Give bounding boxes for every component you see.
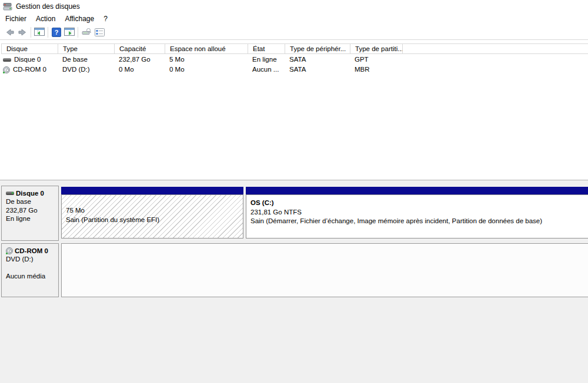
cell-partition: GPT [350, 55, 402, 65]
cdrom0-title: CD-ROM 0 [15, 247, 48, 254]
menu-affichage[interactable]: Affichage [60, 14, 99, 24]
cell-capacite: 0 Mo [114, 65, 165, 75]
toolbar-separator [48, 27, 48, 38]
cell-etat: En ligne [248, 55, 285, 65]
column-header-etat[interactable]: État [248, 44, 285, 53]
drive-tools-icon[interactable] [80, 26, 93, 39]
cdrom-icon [3, 66, 10, 73]
efi-status: Sain (Partition du système EFI) [66, 216, 243, 225]
cell-partition: MBR [350, 65, 402, 75]
cdrom0-panel[interactable]: CD-ROM 0 DVD (D:) Aucun média [1, 243, 59, 297]
help-icon[interactable]: ? [50, 26, 63, 39]
os-status: Sain (Démarrer, Fichier d’échange, Image… [250, 217, 588, 226]
disk-management-icon [3, 2, 12, 11]
efi-size: 75 Mo [66, 206, 243, 216]
column-header-capacite[interactable]: Capacité [115, 44, 165, 53]
cell-espace: 0 Mo [165, 65, 248, 75]
disk0-capacity: 232,87 Go [6, 206, 57, 215]
disk-icon [3, 58, 11, 62]
partition-color-band [61, 187, 243, 194]
table-row-cdrom0[interactable]: CD-ROM 0 DVD (D:) 0 Mo 0 Mo Aucun ... SA… [1, 65, 588, 75]
title-bar: Gestion des disques [0, 0, 588, 13]
cell-type: De base [58, 55, 114, 65]
disk0-title: Disque 0 [16, 190, 44, 197]
column-header-disque[interactable]: Disque [2, 44, 58, 53]
menu-bar: Fichier Action Affichage ? [0, 13, 588, 25]
cdrom0-type: DVD (D:) [6, 255, 57, 264]
menu-fichier[interactable]: Fichier [1, 14, 31, 24]
os-capacity: 231,81 Go NTFS [250, 208, 588, 217]
action-pane-icon[interactable] [63, 26, 76, 39]
column-header-filler [403, 44, 588, 53]
back-icon[interactable] [3, 26, 16, 39]
toolbar: ? [0, 25, 588, 40]
disk-management-window: { "window": { "title": "Gestion des disq… [0, 0, 588, 383]
table-row-disque0[interactable]: Disque 0 De base 232,87 Go 5 Mo En ligne… [1, 55, 588, 65]
cell-espace: 5 Mo [165, 55, 248, 65]
cell-peripherique: SATA [285, 55, 350, 65]
menu-action[interactable]: Action [31, 14, 60, 24]
os-name: OS (C:) [250, 199, 588, 208]
window-title: Gestion des disques [16, 2, 80, 11]
cdrom0-media-region[interactable] [61, 243, 588, 297]
toolbar-separator [78, 27, 78, 38]
cell-peripherique: SATA [285, 65, 350, 75]
cdrom0-status: Aucun média [6, 272, 57, 281]
column-header-type[interactable]: Type [58, 44, 115, 53]
disk-icon [6, 192, 14, 195]
partition-color-band [246, 187, 588, 194]
menu-help[interactable]: ? [99, 14, 112, 24]
cell-etat: Aucun ... [248, 65, 285, 75]
column-header-partition[interactable]: Type de partiti... [350, 44, 403, 53]
forward-icon[interactable] [16, 26, 29, 39]
column-header-espace[interactable]: Espace non alloué [165, 44, 248, 53]
column-header-peripherique[interactable]: Type de périphér... [285, 44, 350, 53]
disk-list-header: Disque Type Capacité Espace non alloué É… [1, 43, 588, 54]
disk0-panel[interactable]: Disque 0 De base 232,87 Go En ligne [1, 186, 59, 241]
cdrom-icon [6, 247, 13, 254]
cell-disque: Disque 0 [14, 55, 41, 65]
disk0-status: En ligne [6, 214, 57, 223]
cell-capacite: 232,87 Go [114, 55, 165, 65]
svg-text:?: ? [55, 29, 59, 36]
cell-disque: CD-ROM 0 [13, 65, 46, 75]
partition-os-c[interactable]: OS (C:) 231,81 Go NTFS Sain (Démarrer, F… [246, 187, 588, 238]
toolbar-separator [31, 27, 31, 38]
disk0-type: De base [6, 197, 57, 206]
console-tree-icon[interactable] [33, 26, 46, 39]
properties-list-icon[interactable] [93, 26, 106, 39]
cell-type: DVD (D:) [58, 65, 114, 75]
partition-efi[interactable]: 75 Mo Sain (Partition du système EFI) [61, 187, 243, 238]
